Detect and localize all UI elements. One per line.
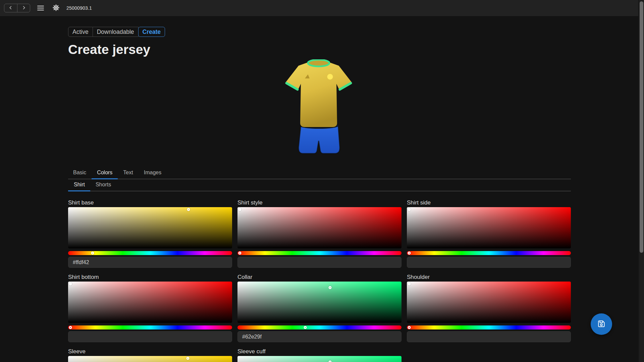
picker-shirt-base: Shirt base <box>68 199 232 268</box>
hue-slider[interactable] <box>407 251 571 255</box>
tab-images[interactable]: Images <box>139 170 167 179</box>
view-switch: ActiveDownloadableCreate <box>68 27 165 37</box>
saturation-area[interactable] <box>237 282 401 323</box>
picker-label: Shirt bottom <box>68 274 232 281</box>
saturation-area[interactable] <box>237 356 401 362</box>
saturation-area[interactable] <box>237 207 401 248</box>
hex-input[interactable] <box>407 331 571 342</box>
picker-label: Shirt base <box>68 199 232 206</box>
jersey-badge <box>327 74 333 80</box>
hue-slider[interactable] <box>407 325 571 329</box>
subtab-shorts[interactable]: Shorts <box>90 182 116 191</box>
view-tab-create[interactable]: Create <box>138 27 165 37</box>
page-title: Create jersey <box>68 42 150 57</box>
settings-button[interactable] <box>51 3 61 13</box>
jersey-image <box>285 59 352 156</box>
part-tabs: ShirtShorts <box>68 182 571 191</box>
save-button[interactable] <box>591 313 612 335</box>
tab-basic[interactable]: Basic <box>68 170 92 179</box>
scrollbar-track[interactable] <box>638 0 644 362</box>
jersey-shirt <box>286 62 352 127</box>
back-button[interactable] <box>4 4 17 12</box>
topbar: 25000903.1 <box>0 0 644 16</box>
chevron-left-icon <box>8 5 14 12</box>
hex-input[interactable] <box>237 257 401 268</box>
picker-label: Shirt style <box>237 199 401 206</box>
version-label: 25000903.1 <box>66 5 92 11</box>
saturation-area[interactable] <box>407 282 571 323</box>
view-tab-downloadable[interactable]: Downloadable <box>93 27 139 37</box>
picker-label: Sleeve cuff <box>237 348 401 355</box>
saturation-cursor[interactable] <box>186 357 189 360</box>
picker-shirt-side: Shirt side <box>407 199 571 268</box>
hex-input[interactable] <box>407 257 571 268</box>
picker-shirt-style: Shirt style <box>237 199 401 268</box>
hue-slider[interactable] <box>237 325 401 329</box>
hue-cursor[interactable] <box>408 252 411 255</box>
saturation-cursor[interactable] <box>69 283 72 286</box>
jersey-preview <box>285 59 352 156</box>
picker-sleeve-cuff: Sleeve cuff <box>237 348 401 362</box>
hue-slider[interactable] <box>237 251 401 255</box>
saturation-area[interactable] <box>68 356 232 362</box>
hue-cursor[interactable] <box>408 326 411 329</box>
picker-label: Collar <box>237 274 401 281</box>
jersey-shorts <box>299 125 340 154</box>
picker-collar: Collar <box>237 274 401 342</box>
editor-tabs: BasicColorsTextImages <box>68 170 571 179</box>
picker-grid: Shirt base Shirt style Shirt side Shirt … <box>68 199 571 362</box>
saturation-cursor[interactable] <box>329 286 332 289</box>
hue-cursor[interactable] <box>69 326 72 329</box>
picker-label: Shirt side <box>407 199 571 206</box>
hex-input[interactable] <box>68 257 232 268</box>
saturation-area[interactable] <box>68 207 232 248</box>
picker-shirt-bottom: Shirt bottom <box>68 274 232 342</box>
view-tab-active[interactable]: Active <box>68 27 93 37</box>
scrollbar-thumb[interactable] <box>640 1 643 253</box>
hue-cursor[interactable] <box>91 252 94 255</box>
saturation-cursor[interactable] <box>408 208 411 211</box>
menu-button[interactable] <box>36 3 46 13</box>
tab-colors[interactable]: Colors <box>92 170 118 179</box>
hue-cursor[interactable] <box>238 252 241 255</box>
picker-label: Shoulder <box>407 274 571 281</box>
chevron-right-icon <box>21 5 27 12</box>
saturation-area[interactable] <box>407 207 571 248</box>
picker-label: Sleeve <box>68 348 232 355</box>
saturation-cursor[interactable] <box>408 283 411 286</box>
subtab-shirt[interactable]: Shirt <box>68 182 90 191</box>
saturation-cursor[interactable] <box>187 208 190 211</box>
saturation-cursor[interactable] <box>238 208 241 211</box>
hamburger-icon <box>37 6 44 11</box>
hue-slider[interactable] <box>68 325 232 329</box>
hex-input[interactable] <box>68 331 232 342</box>
gear-icon <box>52 4 60 13</box>
hue-slider[interactable] <box>68 251 232 255</box>
hex-input[interactable] <box>237 331 401 342</box>
saturation-area[interactable] <box>68 282 232 323</box>
picker-sleeve: Sleeve <box>68 348 232 362</box>
forward-button[interactable] <box>17 4 30 12</box>
picker-shoulder: Shoulder <box>407 274 571 342</box>
saturation-cursor[interactable] <box>329 361 332 362</box>
history-nav <box>4 4 30 12</box>
jersey-collar <box>308 60 329 66</box>
tab-text[interactable]: Text <box>118 170 138 179</box>
hue-cursor[interactable] <box>304 326 307 329</box>
save-icon <box>597 319 606 329</box>
